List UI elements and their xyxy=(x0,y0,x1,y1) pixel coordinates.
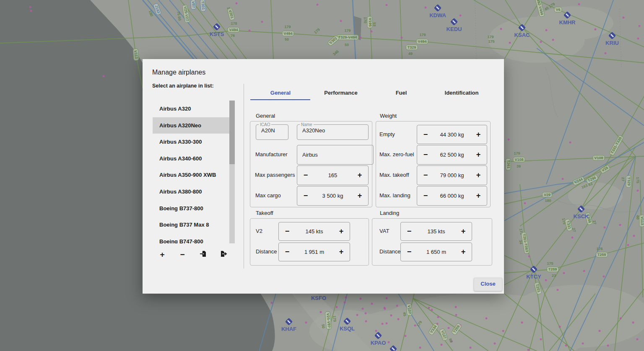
max-takeoff-value[interactable]: 79 000 kg xyxy=(434,172,470,178)
tab-fuel[interactable]: Fuel xyxy=(371,87,431,99)
manufacturer-field[interactable]: Airbus xyxy=(297,145,374,165)
icao-field[interactable]: ICAO A20N xyxy=(256,122,288,140)
increment-button[interactable]: + xyxy=(470,150,487,159)
decrement-button[interactable]: − xyxy=(417,191,434,200)
obstacle-dot xyxy=(509,42,511,44)
airplane-list-item[interactable]: Airbus A380-800 xyxy=(153,183,229,200)
airplane-list-item[interactable]: Boeing B747-800 xyxy=(153,233,229,243)
airplane-list-item[interactable]: Boeing B737 Max 8 xyxy=(153,217,229,233)
takeoff-distance-stepper: − 1 951 m + xyxy=(278,243,350,261)
decrement-button[interactable]: − xyxy=(279,248,296,256)
obstacle-dot xyxy=(431,309,433,311)
airplane-list-item[interactable]: Airbus A350-900 XWB xyxy=(153,167,229,183)
export-icon xyxy=(220,250,227,260)
max-cargo-stepper: − 3 500 kg + xyxy=(297,186,369,206)
decrement-button[interactable]: − xyxy=(297,191,314,200)
airway-altitude-number: 27 xyxy=(592,220,597,225)
airway-badge: V107 xyxy=(439,328,448,341)
v2-value[interactable]: 145 kts xyxy=(296,228,333,235)
obstacle-dot xyxy=(623,17,625,19)
airport-label: KSTS xyxy=(210,31,224,37)
obstacle-dot xyxy=(320,311,322,313)
airport-label: KSFO xyxy=(311,295,326,301)
import-airplane-button[interactable] xyxy=(198,249,209,260)
obstacle-dot xyxy=(261,21,263,23)
tab-identification[interactable]: Identification xyxy=(431,87,492,99)
increment-button[interactable]: + xyxy=(470,171,487,180)
airway-altitude-number: 175 xyxy=(488,39,494,44)
airway-badge: V494 xyxy=(416,39,428,44)
max-landing-value[interactable]: 66 000 kg xyxy=(434,193,470,199)
landing-distance-value[interactable]: 1 650 m xyxy=(418,249,455,255)
remove-airplane-button[interactable]: − xyxy=(177,249,188,260)
list-scrollbar-thumb[interactable] xyxy=(229,101,235,164)
airway-badge: T329 xyxy=(626,176,631,188)
airport-icon xyxy=(434,4,441,12)
decrement-button[interactable]: − xyxy=(297,171,314,180)
airplane-list-item[interactable]: Airbus A330-300 xyxy=(153,134,229,150)
decrement-button[interactable]: − xyxy=(401,248,418,256)
close-button[interactable]: Close xyxy=(474,278,502,291)
airplane-list-item[interactable]: Airbus A320Neo xyxy=(153,117,229,134)
obstacle-dot xyxy=(365,320,367,323)
obstacle-dot xyxy=(448,327,450,329)
obstacle-dot xyxy=(545,279,547,281)
obstacle-dot xyxy=(527,349,530,351)
max-zero-fuel-stepper: − 62 500 kg + xyxy=(417,145,487,165)
max-zero-fuel-value[interactable]: 62 500 kg xyxy=(434,152,470,158)
airway-altitude-number: 346 xyxy=(332,49,340,56)
obstacle-dot xyxy=(375,330,377,332)
airplane-list-item[interactable]: Boeing B737-800 xyxy=(153,200,229,217)
increment-button[interactable]: + xyxy=(470,130,487,139)
max-cargo-value[interactable]: 3 500 kg xyxy=(314,193,351,199)
list-scrollbar-track[interactable] xyxy=(229,101,235,243)
increment-button[interactable]: + xyxy=(351,171,368,180)
add-airplane-button[interactable]: + xyxy=(157,249,168,260)
increment-button[interactable]: + xyxy=(455,248,472,256)
decrement-button[interactable]: − xyxy=(417,130,434,139)
increment-button[interactable]: + xyxy=(333,248,350,256)
vat-value[interactable]: 135 kts xyxy=(418,228,455,235)
obstacle-dot xyxy=(362,308,364,310)
tab-general[interactable]: General xyxy=(250,87,311,99)
landing-section-label: Landing xyxy=(380,210,399,216)
increment-button[interactable]: + xyxy=(470,191,487,200)
decrement-button[interactable]: − xyxy=(417,150,434,159)
takeoff-section-label: Takeoff xyxy=(256,210,273,216)
obstacle-dot xyxy=(437,316,439,318)
increment-button[interactable]: + xyxy=(455,227,472,236)
takeoff-distance-value[interactable]: 1 951 m xyxy=(296,249,333,255)
airway-altitude-number: 76 xyxy=(231,34,235,38)
airport-icon xyxy=(564,11,571,19)
increment-button[interactable]: + xyxy=(351,191,368,200)
obstacle-dot xyxy=(603,276,605,278)
airplane-list[interactable]: Airbus A320Airbus A320NeoAirbus A330-300… xyxy=(153,101,229,243)
increment-button[interactable]: + xyxy=(333,227,350,236)
decrement-button[interactable]: − xyxy=(401,227,418,236)
obstacle-dot xyxy=(425,7,427,9)
obstacle-dot xyxy=(384,307,386,309)
decrement-button[interactable]: − xyxy=(417,171,434,180)
obstacle-dot xyxy=(583,270,585,272)
obstacle-dot xyxy=(524,202,526,204)
obstacle-dot xyxy=(386,4,388,6)
decrement-button[interactable]: − xyxy=(279,227,296,236)
name-field[interactable]: Name A320Neo xyxy=(297,122,369,140)
icao-field-value[interactable]: A20N xyxy=(256,127,288,134)
empty-weight-value[interactable]: 44 300 kg xyxy=(434,132,470,138)
landing-distance-label: Distance xyxy=(379,248,401,255)
airplane-list-item[interactable]: Airbus A320 xyxy=(153,101,229,117)
airplane-list-item[interactable]: Airbus A340-600 xyxy=(153,150,229,167)
max-passengers-value[interactable]: 165 xyxy=(314,172,351,178)
tab-performance[interactable]: Performance xyxy=(311,87,371,99)
max-takeoff-stepper: − 79 000 kg + xyxy=(417,165,487,185)
airway-altitude-number: 180 xyxy=(545,199,551,203)
name-field-value[interactable]: A320Neo xyxy=(297,127,368,134)
obstacle-dot xyxy=(103,75,105,77)
airport-icon xyxy=(530,266,538,273)
airport-icon xyxy=(285,318,293,325)
export-airplane-button[interactable] xyxy=(218,249,229,260)
manufacturer-label: Manufacturer xyxy=(255,151,288,157)
airway-altitude-number: 39 xyxy=(517,164,521,168)
takeoff-distance-label: Distance xyxy=(256,248,277,255)
